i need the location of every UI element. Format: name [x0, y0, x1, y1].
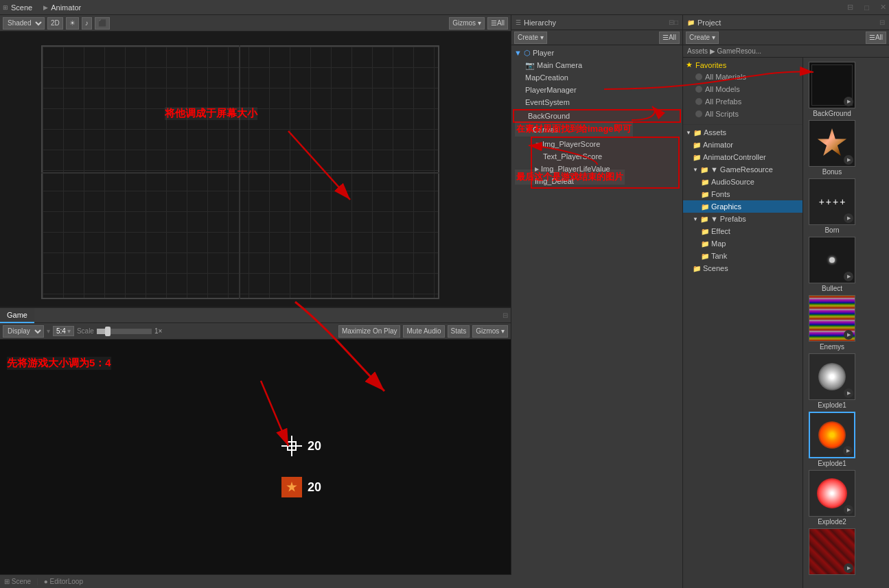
- score-display: 20: [281, 436, 321, 456]
- scene-toolbar: Shaded 2D ☀ ♪ ⬛ Gizmos ▾ ☰All: [0, 15, 511, 32]
- hierarchy-panel: ☰ Hierarchy ⊟ □ Create ▾ ☰All ▼ ⬡ Player: [511, 15, 683, 588]
- ratio-value: 5:4: [56, 327, 66, 335]
- hierarchy-toolbar: Create ▾ ☰All: [511, 30, 682, 45]
- scale-value: 1×: [154, 327, 162, 335]
- tree-scenes[interactable]: 📁 Scenes: [683, 262, 803, 274]
- tree-prefabs[interactable]: ▼ 📁 ▼ Prefabs: [683, 213, 803, 225]
- light-button[interactable]: ☀: [66, 17, 79, 30]
- display-select[interactable]: Display 1: [3, 325, 44, 338]
- fav-all-models[interactable]: All Models: [695, 83, 800, 95]
- status-bar: ⊞ Scene | ● EditorLoop: [0, 574, 511, 588]
- canvas-children-box: ▼ Img_PlayerScore Text_PlayerScore ▶ Img…: [531, 137, 680, 189]
- favorites-section: ★ Favorites All Materials All Models: [683, 59, 803, 121]
- asset-born-label: Born: [824, 226, 839, 234]
- life-value: 20: [308, 480, 321, 495]
- gizmos-button[interactable]: Gizmos ▾: [449, 17, 485, 30]
- asset-enemys[interactable]: ▶ Enemys: [807, 295, 857, 351]
- asset-born[interactable]: + + + + ▶ Born: [807, 178, 857, 234]
- asset-enemys-label: Enemys: [820, 343, 844, 351]
- project-content: ★ Favorites All Materials All Models: [683, 58, 889, 588]
- game-panel: Game ⊟ Display 1 ▾ 5:4 ▾ Scale: [0, 307, 511, 588]
- tree-item-background[interactable]: BackGround: [513, 109, 681, 123]
- maximize-button[interactable]: Maximize On Play: [338, 325, 401, 338]
- hierarchy-title: Hierarchy: [524, 19, 556, 27]
- tree-graphics[interactable]: 📁 Graphics: [683, 200, 803, 213]
- asset-explode1a[interactable]: ▶ Explode1: [807, 353, 857, 409]
- all-button[interactable]: ☰All: [487, 17, 508, 30]
- animator-tab[interactable]: ▶ Animator: [43, 3, 81, 12]
- tree-effect[interactable]: 📁 Effect: [683, 225, 803, 237]
- game-tab[interactable]: Game: [0, 308, 34, 323]
- game-toolbar: Display 1 ▾ 5:4 ▾ Scale 1× Maximize On P…: [0, 323, 511, 340]
- scale-label: Scale: [77, 327, 94, 335]
- tree-tank[interactable]: 📁 Tank: [683, 250, 803, 262]
- hierarchy-create-button[interactable]: Create ▾: [514, 32, 547, 44]
- tree-map[interactable]: 📁 Map: [683, 237, 803, 250]
- tree-fonts[interactable]: 📁 Fonts: [683, 188, 803, 200]
- tree-item-main-camera[interactable]: 📷 Main Camera: [511, 59, 682, 71]
- fav-all-materials[interactable]: All Materials: [695, 71, 800, 83]
- asset-explode2-label: Explode2: [818, 518, 846, 526]
- asset-background-label: BackGround: [813, 110, 851, 117]
- project-search-button[interactable]: ☰All: [866, 32, 886, 44]
- asset-background[interactable]: ▶ BackGround: [807, 62, 857, 117]
- hierarchy-header: ☰ Hierarchy ⊟ □: [511, 15, 682, 30]
- stats-button[interactable]: Stats: [448, 325, 470, 338]
- tree-item-img-player-life[interactable]: ▶ Img_PlayerLifeValue: [532, 163, 678, 175]
- left-panel: Shaded 2D ☀ ♪ ⬛ Gizmos ▾ ☰All: [0, 15, 511, 588]
- project-panel: 📁 Project ⊟ Create ▾ ☰All Assets ▶ GameR…: [683, 15, 889, 588]
- asset-more[interactable]: ▶: [807, 528, 857, 575]
- asset-explode1b-label: Explode1: [818, 460, 846, 467]
- score-value: 20: [308, 439, 321, 454]
- tree-item-img-player-score[interactable]: ▼ Img_PlayerScore: [532, 138, 678, 150]
- asset-explode1a-label: Explode1: [818, 401, 846, 409]
- hierarchy-content: ▼ ⬡ Player 📷 Main Camera MapCreation Pla…: [511, 45, 682, 588]
- asset-bullect-label: Bullect: [822, 285, 842, 292]
- project-title: Project: [697, 19, 721, 27]
- fav-all-scripts[interactable]: All Scripts: [695, 108, 800, 120]
- life-display: 20: [281, 477, 321, 497]
- tree-item-player-manager[interactable]: PlayerManager: [511, 84, 682, 96]
- tree-item-event-system[interactable]: EventSystem: [511, 96, 682, 108]
- tree-item-player[interactable]: ▼ ⬡ Player: [511, 47, 682, 59]
- tree-item-canvas[interactable]: ▼ Canvas: [511, 124, 682, 136]
- assets-grid: ▶ BackGround ▶ Bonus: [803, 58, 889, 588]
- scene-tab[interactable]: ⊞ Scene: [3, 3, 32, 12]
- project-toolbar: Create ▾ ☰All: [683, 30, 889, 45]
- audio-button[interactable]: ♪: [82, 17, 92, 30]
- tree-item-text-player-score[interactable]: Text_PlayerScore: [532, 150, 678, 163]
- project-create-button[interactable]: Create ▾: [686, 32, 719, 44]
- annotation-arrow-game: [0, 340, 511, 588]
- tree-item-map-creation[interactable]: MapCreation: [511, 71, 682, 84]
- shading-dropdown[interactable]: Shaded: [3, 17, 45, 30]
- asset-bonus[interactable]: ▶ Bonus: [807, 120, 857, 176]
- asset-bonus-label: Bonus: [822, 168, 842, 176]
- tree-item-img-defeat[interactable]: Img_Defeat: [532, 175, 678, 187]
- scene-view: 将他调成于屏幕大小: [0, 32, 511, 307]
- hierarchy-search-button[interactable]: ☰All: [659, 32, 680, 44]
- mute-button[interactable]: Mute Audio: [403, 325, 444, 338]
- tree-animator[interactable]: 📁 Animator: [683, 139, 803, 151]
- gizmos-game-button[interactable]: Gizmos ▾: [472, 325, 508, 338]
- fx-button[interactable]: ⬛: [95, 17, 110, 30]
- game-size-annotation: 先将游戏大小调为5：4: [7, 357, 111, 370]
- tree-assets[interactable]: ▼ 📁 Assets: [683, 126, 803, 139]
- 2d-button[interactable]: 2D: [47, 17, 63, 30]
- game-view: 先将游戏大小调为5：4 20: [0, 340, 511, 588]
- asset-explode2[interactable]: ▶ Explode2: [807, 470, 857, 526]
- scene-panel: Shaded 2D ☀ ♪ ⬛ Gizmos ▾ ☰All: [0, 15, 511, 307]
- tree-audio-source[interactable]: 📁 AudioSource: [683, 176, 803, 188]
- asset-explode1b[interactable]: ▶ Explode1: [807, 412, 857, 467]
- tree-game-resource[interactable]: ▼ 📁 ▼ GameResource: [683, 163, 803, 176]
- fav-all-prefabs[interactable]: All Prefabs: [695, 95, 800, 108]
- tree-animator-controller[interactable]: 📁 AnimatorController: [683, 151, 803, 163]
- project-breadcrumb: Assets ▶ GameResou...: [683, 45, 889, 58]
- project-tree: ★ Favorites All Materials All Models: [683, 58, 803, 588]
- asset-bullect[interactable]: ▶ Bullect: [807, 237, 857, 292]
- project-header: 📁 Project ⊟: [683, 15, 889, 30]
